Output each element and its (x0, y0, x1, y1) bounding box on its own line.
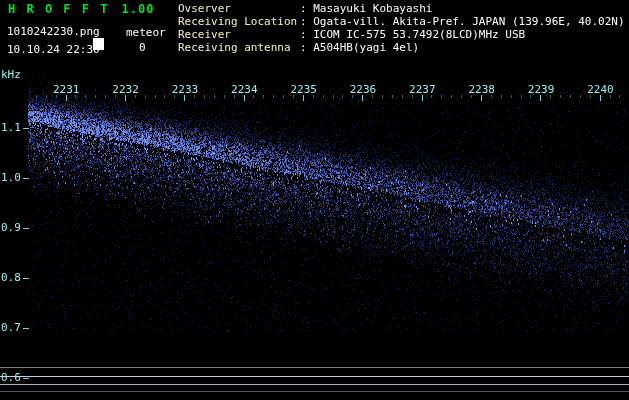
freq-tick-label: 0.9 (1, 221, 21, 234)
app-version: 1.00 (121, 2, 154, 16)
time-tick-label: 2233 (172, 83, 199, 96)
time-tick-label: 2240 (587, 83, 614, 96)
time-tick-label: 2231 (53, 83, 80, 96)
freq-tick-label: 0.8 (1, 271, 21, 284)
info-label-observer: Ovserver (178, 2, 300, 15)
info-row-antenna: Receiving antenna: A504HB(yagi 4el) (178, 41, 625, 54)
time-tick-label: 2235 (290, 83, 317, 96)
time-tick-label: 2239 (528, 83, 555, 96)
info-value-receiver: : ICOM IC-575 53.7492(8LCD)MHz USB (300, 28, 525, 41)
info-value-location: : Ogata-vill. Akita-Pref. JAPAN (139.96E… (300, 15, 625, 28)
meteor-count: 0 (139, 41, 146, 54)
time-tick-label: 2238 (468, 83, 495, 96)
info-label-location: Receiving Location (178, 15, 300, 28)
time-tick-label: 2234 (231, 83, 258, 96)
freq-tick-label: 1.0 (1, 171, 21, 184)
info-label-receiver: Receiver (178, 28, 300, 41)
freq-tick-label: 1.1 (1, 121, 21, 134)
freq-tick-label: 0.6 (1, 371, 21, 384)
info-label-antenna: Receiving antenna (178, 41, 300, 54)
text-overlay: H R O F F T1.00 1010242230.png meteor 0 … (0, 0, 629, 400)
info-row-receiver: Receiver: ICOM IC-575 53.7492(8LCD)MHz U… (178, 28, 625, 41)
app-title-text: H R O F F T (8, 2, 109, 16)
app-title: H R O F F T1.00 (8, 2, 154, 16)
time-tick-label: 2237 (409, 83, 436, 96)
info-value-antenna: : A504HB(yagi 4el) (300, 41, 419, 54)
hrofft-window: H R O F F T1.00 1010242230.png meteor 0 … (0, 0, 629, 400)
freq-axis-unit: kHz (1, 68, 21, 81)
freq-tick-label: 0.7 (1, 321, 21, 334)
info-row-location: Receiving Location: Ogata-vill. Akita-Pr… (178, 15, 625, 28)
meteor-label: meteor (126, 26, 166, 39)
time-tick-label: 2236 (350, 83, 377, 96)
time-tick-label: 2232 (112, 83, 139, 96)
info-value-observer: : Masayuki Kobayashi (300, 2, 432, 15)
timestamp: 10.10.24 22:30 (7, 43, 100, 56)
output-filename: 1010242230.png (7, 25, 100, 38)
info-row-observer: Ovserver: Masayuki Kobayashi (178, 2, 625, 15)
observer-info-block: Ovserver: Masayuki Kobayashi Receiving L… (178, 2, 625, 54)
